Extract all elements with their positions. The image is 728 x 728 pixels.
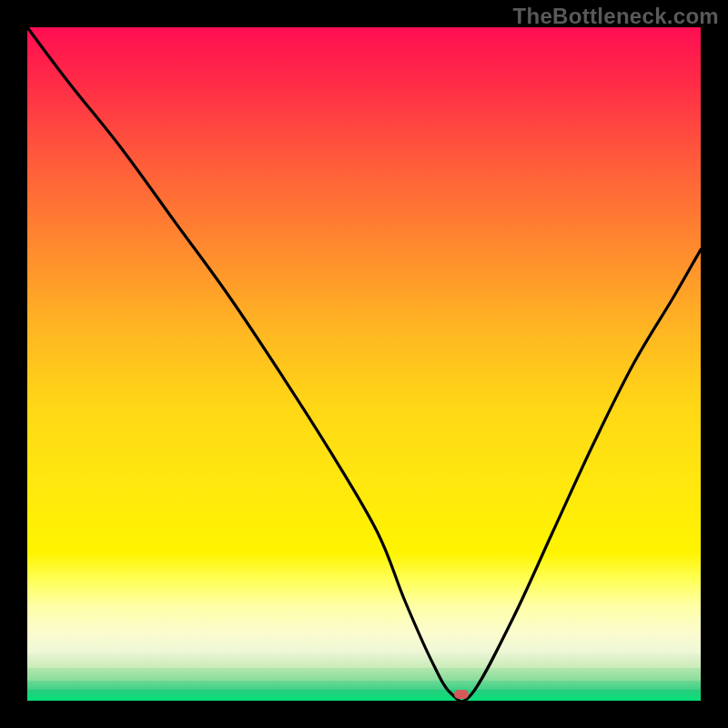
bottleneck-curve-path [27,27,701,701]
bottleneck-marker [454,690,469,699]
watermark-text: TheBottleneck.com [513,4,719,29]
plot-area [27,27,701,701]
chart-frame: TheBottleneck.com [0,0,728,728]
curve-plot [27,27,701,701]
